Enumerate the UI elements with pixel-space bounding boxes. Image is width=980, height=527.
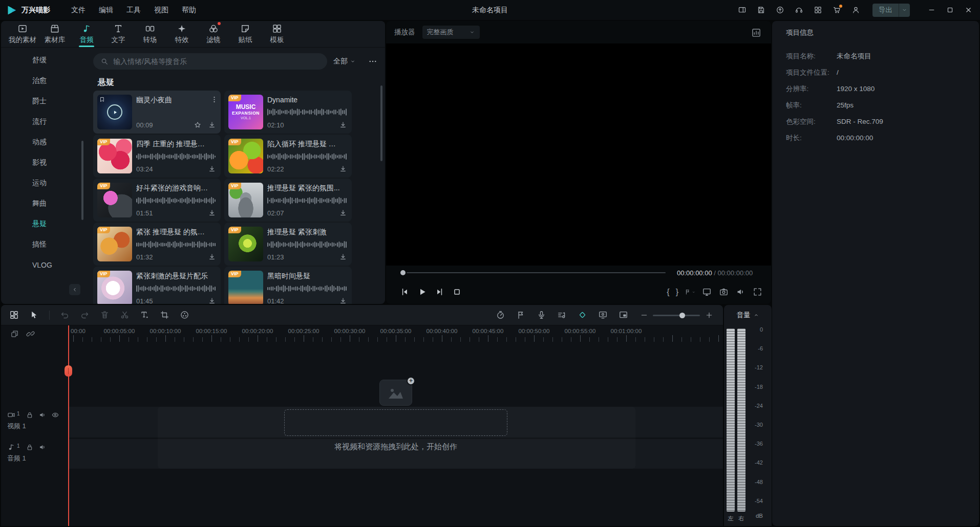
category-item[interactable]: 动感: [1, 132, 86, 152]
info-row[interactable]: 项目文件位置:/: [786, 68, 979, 77]
channel-label[interactable]: 左: [727, 515, 735, 522]
search-box[interactable]: [93, 53, 327, 70]
download-button[interactable]: [207, 252, 217, 261]
meter-scale-value[interactable]: -24: [749, 403, 763, 409]
topbar-layout-button[interactable]: [736, 4, 748, 16]
music-card[interactable]: VIP黑暗时间悬疑01:42: [224, 267, 352, 304]
meter-scale-value[interactable]: 0: [749, 326, 763, 333]
display-button[interactable]: [701, 287, 712, 297]
category-item[interactable]: VLOG: [1, 255, 86, 275]
download-button[interactable]: [207, 296, 217, 304]
ruler-label[interactable]: 00:00:45:00: [473, 328, 504, 334]
meter-scale-value[interactable]: -6: [749, 345, 763, 352]
playhead-handle[interactable]: [65, 365, 72, 377]
topbar-support-button[interactable]: [793, 4, 805, 16]
play-overlay-button[interactable]: [107, 104, 122, 120]
topbar-cart-button[interactable]: [830, 4, 843, 16]
tab-template[interactable]: 模板: [261, 21, 293, 47]
meter-scale-value[interactable]: -30: [749, 422, 763, 428]
zoom-out-button[interactable]: [639, 310, 649, 320]
music-card[interactable]: 幽灵小夜曲00:09: [93, 91, 221, 134]
stop-button[interactable]: [452, 287, 462, 297]
download-button[interactable]: [338, 120, 348, 129]
download-button[interactable]: [207, 120, 217, 129]
music-card[interactable]: VIP四季 庄重的 推理悬疑 ...03:24: [93, 135, 221, 178]
collect-icon[interactable]: [99, 96, 105, 103]
fullscreen-button[interactable]: [752, 287, 763, 297]
tab-transition[interactable]: 转场: [134, 21, 166, 47]
track-speaker-button[interactable]: [38, 443, 47, 451]
next-frame-button[interactable]: [434, 287, 445, 297]
seek-handle[interactable]: [400, 270, 406, 275]
favorite-button[interactable]: [193, 120, 202, 129]
ruler-label[interactable]: 00:00:05:00: [104, 328, 135, 334]
seek-bar[interactable]: 00:00:00:00 / 00:00:00:00: [386, 266, 771, 280]
zoom-thumb[interactable]: [679, 313, 685, 318]
menu-item[interactable]: 文件: [65, 0, 92, 20]
collapse-panel-button[interactable]: [69, 284, 80, 295]
ruler-label[interactable]: 00:00:10:00: [150, 328, 181, 334]
info-row[interactable]: 时长:00:00:00:00: [786, 134, 979, 143]
category-item[interactable]: 舞曲: [1, 193, 86, 214]
topbar-user-button[interactable]: [849, 4, 862, 16]
redo-button[interactable]: [80, 310, 90, 320]
window-max-button[interactable]: [942, 3, 957, 18]
meter-scale-value[interactable]: -18: [749, 384, 763, 390]
info-row[interactable]: 项目名称:未命名项目: [786, 52, 979, 61]
export-button[interactable]: 导出: [872, 4, 910, 17]
topbar-apps-button[interactable]: [812, 4, 824, 16]
music-card[interactable]: VIP推理悬疑 紧张的氛围...02:07: [224, 179, 352, 222]
music-card[interactable]: VIP紧张 推理悬疑 的氛围...01:32: [93, 223, 221, 266]
out-point-button[interactable]: }: [676, 287, 678, 297]
music-card[interactable]: MUSICEXPANSIONVOL.1VIPDynamite02:10: [224, 91, 352, 134]
menu-item[interactable]: 工具: [120, 0, 147, 20]
playhead-line[interactable]: [68, 325, 69, 526]
marker-button[interactable]: [685, 287, 695, 297]
toolbar-divider[interactable]: [49, 311, 50, 320]
list-scrollbar[interactable]: [380, 85, 382, 161]
track-header-audio[interactable]: 1音频 1: [1, 439, 69, 469]
music-card[interactable]: VIP陷入循环 推理悬疑 影...02:22: [224, 135, 352, 178]
meter-scale-value[interactable]: -42: [749, 459, 763, 466]
tab-text[interactable]: 文字: [102, 21, 134, 47]
topbar-share-button[interactable]: [774, 4, 786, 16]
track-eye-button[interactable]: [51, 411, 59, 419]
time-ruler[interactable]: 00:0000:00:05:0000:00:10:0000:00:15:0000…: [69, 325, 723, 343]
cursor-button[interactable]: [29, 310, 39, 320]
snapshot-button[interactable]: [718, 287, 729, 297]
info-row[interactable]: 帧率:25fps: [786, 101, 979, 110]
quality-dropdown[interactable]: 完整画质: [422, 26, 480, 39]
track-speaker-button[interactable]: [38, 411, 47, 419]
category-item[interactable]: 影视: [1, 152, 86, 173]
zoom-control[interactable]: [639, 310, 714, 320]
category-active[interactable]: 悬疑: [1, 214, 86, 234]
scissors-button[interactable]: [120, 310, 130, 320]
ruler-label[interactable]: 00:00:30:00: [334, 328, 366, 334]
ruler-label[interactable]: 00:00:50:00: [519, 328, 550, 334]
download-button[interactable]: [338, 252, 348, 261]
undo-button[interactable]: [60, 310, 70, 320]
music-card[interactable]: VIP推理悬疑 紧张刺激01:23: [224, 223, 352, 266]
channel-label[interactable]: 右: [737, 515, 745, 522]
prev-frame-button[interactable]: [399, 287, 410, 297]
crop-button[interactable]: [160, 310, 169, 320]
export-dropdown[interactable]: [899, 4, 910, 17]
keyframe-button[interactable]: [578, 310, 587, 320]
menu-item[interactable]: 编辑: [92, 0, 120, 20]
filter-dropdown[interactable]: 全部: [333, 57, 356, 66]
menu-item[interactable]: 视图: [147, 0, 175, 20]
play-button[interactable]: [417, 287, 428, 297]
menu-item[interactable]: 帮助: [175, 0, 203, 20]
ruler-label[interactable]: 00:00:15:00: [196, 328, 227, 334]
layers-button[interactable]: [10, 330, 19, 338]
volume-panel-toggle[interactable]: 音量: [724, 305, 772, 325]
window-min-button[interactable]: [924, 3, 939, 18]
ruler-label[interactable]: 00:00:55:00: [565, 328, 596, 334]
meter-scale-value[interactable]: -36: [749, 441, 763, 447]
add-media-icon[interactable]: +: [379, 380, 412, 406]
link-button[interactable]: [26, 330, 35, 338]
ruler-label[interactable]: 00:00: [71, 328, 86, 334]
ruler-label[interactable]: 00:00:25:00: [288, 328, 319, 334]
zoom-in-button[interactable]: [704, 310, 714, 320]
download-button[interactable]: [338, 296, 348, 304]
